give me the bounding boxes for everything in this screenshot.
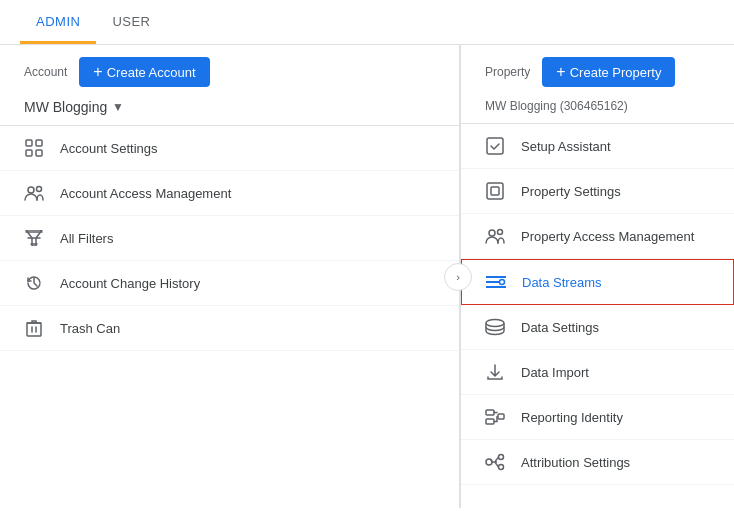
create-property-label: Create Property: [570, 65, 662, 80]
streams-icon: [486, 272, 506, 292]
square-icon: [485, 181, 505, 201]
svg-point-16: [500, 280, 505, 285]
svg-rect-2: [26, 150, 32, 156]
plus-icon-right: +: [556, 63, 565, 81]
sidebar-item-reporting-identity[interactable]: Reporting Identity: [461, 395, 734, 440]
sidebar-item-account-change-history[interactable]: Account Change History: [0, 261, 459, 306]
account-access-label: Account Access Management: [60, 186, 231, 201]
sidebar-item-data-settings[interactable]: Data Settings: [461, 305, 734, 350]
trash-can-label: Trash Can: [60, 321, 120, 336]
create-account-label: Create Account: [107, 65, 196, 80]
sidebar-item-data-import[interactable]: Data Import: [461, 350, 734, 395]
grid-icon: [24, 138, 44, 158]
sidebar-item-property-access[interactable]: Property Access Management: [461, 214, 734, 259]
data-import-label: Data Import: [521, 365, 589, 380]
connector-circle: ›: [444, 263, 472, 291]
data-settings-icon: [485, 317, 505, 337]
reporting-identity-label: Reporting Identity: [521, 410, 623, 425]
svg-rect-1: [36, 140, 42, 146]
people-icon: [24, 183, 44, 203]
attribution-settings-label: Attribution Settings: [521, 455, 630, 470]
right-arrow-icon: ›: [456, 271, 460, 283]
filter-icon: [24, 228, 44, 248]
people-icon-right: [485, 226, 505, 246]
account-change-history-label: Account Change History: [60, 276, 200, 291]
sidebar-item-setup-assistant[interactable]: Setup Assistant: [461, 124, 734, 169]
account-settings-label: Account Settings: [60, 141, 158, 156]
svg-point-22: [499, 455, 504, 460]
property-settings-label: Property Settings: [521, 184, 621, 199]
setup-assistant-label: Setup Assistant: [521, 139, 611, 154]
property-section-header: Property + Create Property: [461, 45, 734, 95]
account-dropdown[interactable]: MW Blogging: [24, 99, 128, 115]
svg-point-23: [499, 465, 504, 470]
plus-icon: +: [93, 63, 102, 81]
history-icon: [24, 273, 44, 293]
property-menu: Setup Assistant Property Settings: [461, 124, 734, 485]
sidebar-item-attribution-settings[interactable]: Attribution Settings: [461, 440, 734, 485]
svg-rect-3: [36, 150, 42, 156]
trash-icon: [24, 318, 44, 338]
sidebar-item-trash-can[interactable]: Trash Can: [0, 306, 459, 351]
sidebar-item-account-access[interactable]: Account Access Management: [0, 171, 459, 216]
sidebar-item-account-settings[interactable]: Account Settings: [0, 126, 459, 171]
check-icon: [485, 136, 505, 156]
account-label: Account: [24, 65, 67, 79]
svg-point-12: [498, 230, 503, 235]
svg-point-11: [489, 230, 495, 236]
sidebar-item-property-settings[interactable]: Property Settings: [461, 169, 734, 214]
account-menu: Account Settings Account Access Manageme…: [0, 126, 459, 351]
main-content: Account + Create Account MW Blogging ▼: [0, 45, 734, 508]
svg-rect-8: [487, 138, 503, 154]
svg-rect-9: [487, 183, 503, 199]
svg-point-5: [37, 187, 42, 192]
account-section-header: Account + Create Account: [0, 45, 459, 95]
left-panel: Account + Create Account MW Blogging ▼: [0, 45, 460, 508]
svg-rect-0: [26, 140, 32, 146]
create-account-button[interactable]: + Create Account: [79, 57, 209, 87]
svg-rect-18: [486, 410, 494, 415]
svg-rect-20: [498, 414, 504, 419]
svg-rect-10: [491, 187, 499, 195]
all-filters-label: All Filters: [60, 231, 113, 246]
attribution-icon: [485, 452, 505, 472]
tab-user[interactable]: USER: [96, 0, 166, 44]
tab-admin[interactable]: ADMIN: [20, 0, 96, 44]
top-nav: ADMIN USER: [0, 0, 734, 45]
sidebar-item-data-streams[interactable]: Data Streams: [461, 259, 734, 305]
svg-rect-19: [486, 419, 494, 424]
data-streams-label: Data Streams: [522, 275, 601, 290]
reporting-icon: [485, 407, 505, 427]
svg-rect-7: [27, 323, 41, 336]
svg-point-17: [486, 320, 504, 327]
svg-point-4: [28, 187, 34, 193]
import-icon: [485, 362, 505, 382]
sidebar-item-all-filters[interactable]: All Filters: [0, 216, 459, 261]
property-sub-label: MW Blogging (306465162): [461, 95, 734, 124]
data-settings-label: Data Settings: [521, 320, 599, 335]
property-access-label: Property Access Management: [521, 229, 694, 244]
right-panel: Property + Create Property MW Blogging (…: [461, 45, 734, 508]
property-label: Property: [485, 65, 530, 79]
create-property-button[interactable]: + Create Property: [542, 57, 675, 87]
account-dropdown-row: MW Blogging ▼: [0, 95, 459, 126]
